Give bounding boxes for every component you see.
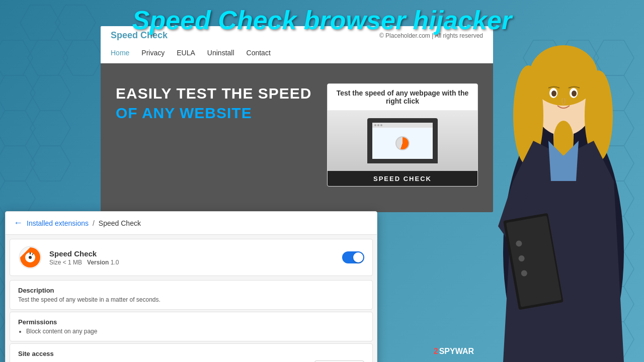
description-title: Description — [18, 287, 364, 294]
screen-content — [372, 128, 433, 159]
permissions-section: Permissions Block content on any page — [10, 312, 373, 341]
svg-marker-3 — [28, 40, 68, 75]
main-title: Speed Check browser hijacker — [91, 5, 553, 35]
screen-dot-3 — [380, 124, 382, 126]
svg-marker-1 — [55, 5, 96, 40]
nav-privacy[interactable]: Privacy — [141, 49, 165, 57]
extension-breadcrumb: ← Installed extensions / Speed Check — [6, 212, 377, 235]
hero-text: EASILY TEST THE SPEED OF ANY WEBSITE — [116, 83, 317, 123]
extension-name: Speed Check — [49, 249, 335, 258]
breadcrumb-current: Speed Check — [99, 219, 141, 227]
spywar-logo-area: 2 SPYWAR — [434, 347, 474, 356]
breadcrumb-link[interactable]: Installed extensions — [27, 219, 89, 227]
extension-info-row: Speed Check Size < 1 MB Version 1.0 — [10, 239, 373, 276]
extension-meta: Size < 1 MB Version 1.0 — [49, 259, 335, 266]
screen-dot-2 — [377, 124, 379, 126]
screen-dot-1 — [374, 124, 376, 126]
hero-card-footer: SPEED CHECK — [328, 171, 477, 186]
extension-toggle[interactable] — [342, 251, 364, 263]
svg-marker-8 — [30, 111, 70, 146]
extension-name-area: Speed Check Size < 1 MB Version 1.0 — [49, 249, 335, 266]
nav-eula[interactable]: EULA — [177, 49, 195, 57]
laptop-screen — [372, 123, 433, 159]
nav-uninstall[interactable]: Uninstall — [207, 49, 234, 57]
nav-home[interactable]: Home — [111, 49, 129, 57]
svg-marker-4 — [63, 40, 103, 75]
description-section: Description Test the speed of any websit… — [10, 280, 373, 310]
svg-marker-6 — [30, 75, 70, 111]
website-hero: EASILY TEST THE SPEED OF ANY WEBSITE Tes… — [101, 63, 493, 207]
site-access-section: Site access Allow this extension to read… — [10, 343, 373, 362]
breadcrumb-separator: / — [93, 219, 95, 227]
site-access-title: Site access — [18, 350, 364, 357]
nav-contact[interactable]: Contact — [247, 49, 271, 57]
hero-heading-blue: OF ANY WEBSITE — [116, 105, 252, 121]
speed-check-label: SPEED CHECK — [373, 175, 432, 183]
extension-version-label: Version — [87, 259, 109, 266]
svg-point-52 — [551, 90, 556, 97]
svg-point-61 — [29, 256, 32, 259]
extension-panel: ← Installed extensions / Speed Check Spe… — [5, 211, 377, 362]
svg-marker-0 — [20, 5, 60, 40]
hero-heading-white: EASILY TEST THE SPEED — [116, 85, 311, 102]
permissions-title: Permissions — [18, 318, 364, 326]
hero-card-header: Test the speed of any webpage with the r… — [328, 84, 477, 111]
website-nav: Home Privacy EULA Uninstall Contact — [101, 45, 493, 63]
spywar-logo-text: SPYWAR — [439, 347, 474, 356]
permissions-list: Block content on any page — [18, 328, 364, 335]
extension-size: Size < 1 MB — [49, 259, 82, 266]
description-text: Test the speed of any website in a matte… — [18, 296, 364, 303]
screen-browser-bar — [372, 123, 433, 128]
extension-version: 1.0 — [111, 259, 119, 266]
hero-card: Test the speed of any webpage with the r… — [327, 83, 478, 187]
spywar-logo-number: 2 — [434, 347, 438, 356]
hero-card-image — [328, 111, 477, 171]
extension-icon — [18, 245, 42, 269]
svg-point-53 — [572, 90, 577, 97]
svg-marker-10 — [30, 146, 70, 181]
permission-item-1: Block content on any page — [26, 328, 364, 335]
back-icon[interactable]: ← — [14, 218, 23, 228]
person-area — [483, 0, 644, 362]
speed-gauge — [395, 136, 410, 150]
hero-heading: EASILY TEST THE SPEED OF ANY WEBSITE — [116, 83, 317, 123]
laptop-mock — [367, 118, 438, 163]
toggle-knob — [353, 252, 363, 262]
website-panel: Speed Check © Placeholder.com | All righ… — [101, 26, 493, 212]
